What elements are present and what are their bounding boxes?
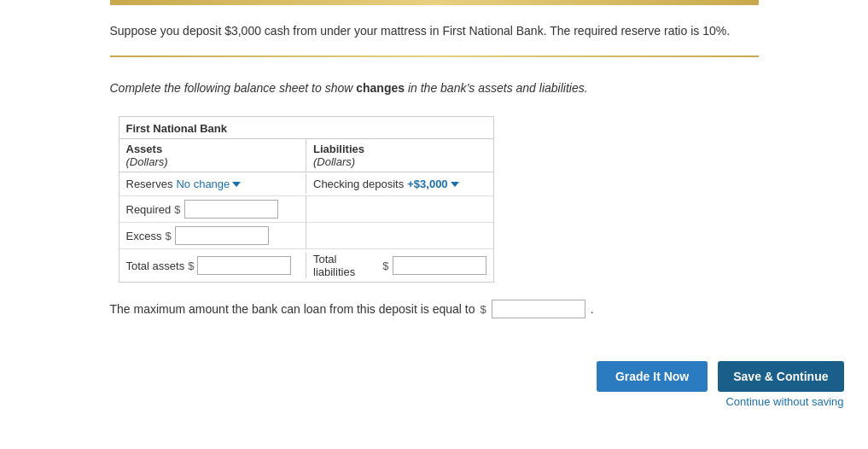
total-liabilities-input[interactable]: [393, 256, 486, 275]
checking-deposits-dropdown-arrow: [451, 182, 459, 187]
reserves-dropdown[interactable]: No change: [176, 178, 241, 190]
max-loan-input[interactable]: [492, 300, 585, 318]
assets-unit: (Dollars): [126, 155, 300, 168]
total-liabilities-right: Total liabilities $: [306, 249, 493, 282]
reserves-left: Reserves No change: [119, 174, 307, 194]
required-label: Required: [126, 203, 172, 216]
balance-sheet-header: Assets (Dollars) Liabilities (Dollars): [119, 139, 493, 172]
divider: [110, 55, 759, 57]
excess-label: Excess: [126, 230, 162, 242]
required-right: [306, 206, 493, 213]
balance-sheet: First National Bank Assets (Dollars) Lia…: [119, 116, 494, 283]
total-assets-left: Total assets $: [119, 253, 307, 278]
save-continue-group: Save & Continue Continue without saving: [718, 361, 843, 408]
total-liabilities-label: Total liabilities: [313, 253, 379, 278]
excess-prefix: $: [165, 230, 171, 242]
checking-deposits-right: Checking deposits +$3,000: [306, 174, 493, 194]
save-continue-button[interactable]: Save & Continue: [718, 361, 843, 392]
required-row: Required $: [119, 196, 493, 223]
max-loan-section: The maximum amount the bank can loan fro…: [110, 300, 759, 318]
reserves-label: Reserves: [126, 178, 173, 190]
content-wrapper: Suppose you deposit $3,000 cash from und…: [110, 5, 759, 353]
excess-input[interactable]: [175, 226, 269, 245]
totals-row: Total assets $ Total liabilities $: [119, 249, 493, 282]
required-input[interactable]: [184, 200, 278, 219]
max-loan-suffix: .: [591, 302, 594, 316]
checking-deposits-label: Checking deposits: [313, 178, 404, 190]
max-loan-text: The maximum amount the bank can loan fro…: [110, 302, 475, 316]
grade-it-now-button[interactable]: Grade It Now: [597, 361, 708, 392]
liabilities-label: Liabilities: [313, 143, 486, 155]
reserves-row: Reserves No change Checking deposits +$3…: [119, 172, 493, 196]
max-loan-prefix: $: [481, 303, 486, 316]
total-assets-input[interactable]: [197, 256, 291, 275]
excess-row: Excess $: [119, 223, 493, 249]
total-assets-label: Total assets: [126, 259, 185, 272]
total-liabilities-prefix: $: [382, 259, 388, 272]
liabilities-header: Liabilities (Dollars): [306, 139, 493, 172]
scenario-text: Suppose you deposit $3,000 cash from und…: [110, 14, 759, 49]
assets-header: Assets (Dollars): [119, 139, 307, 172]
required-left: Required $: [119, 196, 307, 222]
continue-without-saving-link[interactable]: Continue without saving: [725, 395, 843, 408]
reserves-dropdown-arrow: [232, 182, 241, 187]
balance-sheet-title: First National Bank: [119, 117, 493, 139]
required-prefix: $: [174, 203, 180, 216]
liabilities-unit: (Dollars): [313, 155, 486, 168]
buttons-section: Grade It Now Save & Continue Continue wi…: [25, 353, 844, 417]
excess-right: [306, 232, 493, 239]
excess-left: Excess $: [119, 223, 307, 248]
checking-deposits-dropdown[interactable]: +$3,000: [407, 178, 458, 190]
instruction-text: Complete the following balance sheet to …: [110, 64, 759, 108]
total-assets-prefix: $: [188, 259, 194, 272]
assets-label: Assets: [126, 143, 300, 155]
